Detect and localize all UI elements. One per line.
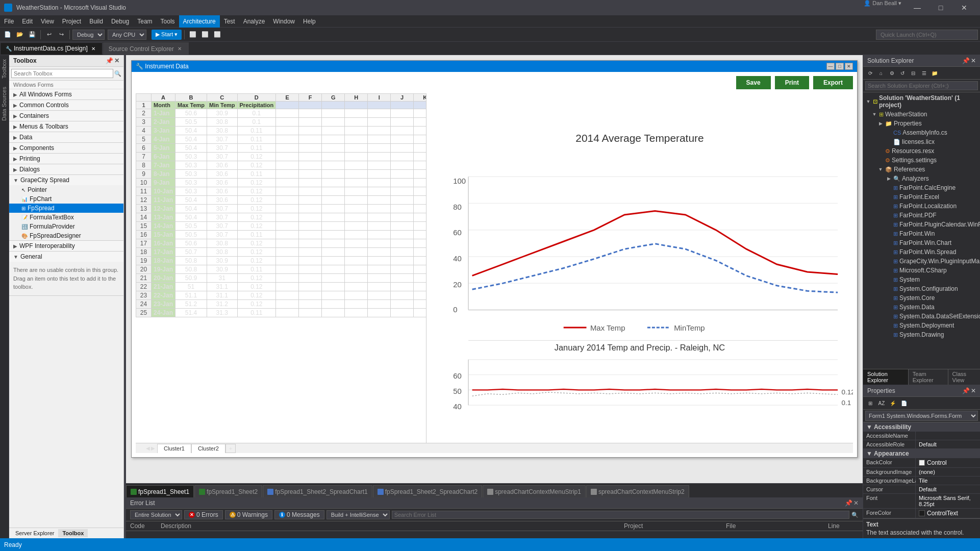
tree-system-data-ext[interactable]: ⊞ System.Data.DataSetExtensions: [863, 312, 980, 321]
cell-precipitation[interactable]: 0.12: [237, 300, 276, 309]
cell-max-temp[interactable]: 51.4: [175, 309, 207, 317]
add-sheet-btn[interactable]: +: [225, 444, 236, 453]
cell-month[interactable]: 4-Jan: [152, 135, 175, 144]
form-minimize-btn[interactable]: —: [826, 63, 835, 70]
error-scope-dropdown[interactable]: Entire Solution: [130, 510, 182, 519]
cell-precipitation[interactable]: 0.12: [237, 213, 276, 222]
bottom-tab-contextmenu2[interactable]: spreadChartContextMenuStrip2: [586, 485, 689, 497]
toolbox-item-fpspreaddesigner[interactable]: 🎨 FpSpreadDesigner: [9, 231, 123, 240]
side-tab-toolbox[interactable]: Toolbox: [0, 55, 9, 83]
cell-precipitation[interactable]: 0.11: [237, 170, 276, 179]
tree-weatherstation[interactable]: ▼ ⊞ WeatherStation: [863, 110, 980, 119]
tree-grapecity-plugin[interactable]: ⊞ GrapeCity.Win.PluginInputMan: [863, 257, 980, 266]
cell-min-temp[interactable]: 30.8: [207, 127, 238, 135]
prop-tb-events[interactable]: ⚡: [888, 398, 898, 408]
sol-tb-props[interactable]: ⚙: [887, 68, 897, 78]
cell-min-temp[interactable]: 30.7: [207, 205, 238, 213]
cell-min-temp[interactable]: 31.1: [207, 291, 238, 300]
cell-max-temp[interactable]: 50.4: [175, 205, 207, 213]
tb-more1[interactable]: ⬜: [187, 29, 198, 40]
cell-precipitation[interactable]: 0.11: [237, 144, 276, 153]
tree-licenses[interactable]: 📄 licenses.licx: [863, 137, 980, 146]
tree-microsoft-csharp[interactable]: ⊞ Microsoft.CSharp: [863, 266, 980, 275]
menu-team[interactable]: Team: [133, 15, 156, 28]
cell-min-temp[interactable]: 30.8: [207, 239, 238, 248]
cell-month[interactable]: 20-Jan: [152, 274, 175, 283]
cell-max-temp[interactable]: 50.3: [175, 170, 207, 179]
section-header-common[interactable]: ▶ Common Controls: [9, 100, 123, 110]
cell-min-temp[interactable]: 30.7: [207, 222, 238, 231]
tree-analyzers[interactable]: ▶ 🔍 Analyzers: [863, 174, 980, 183]
toolbox-tab[interactable]: Toolbox: [58, 529, 88, 537]
cell-precipitation[interactable]: 0.12: [237, 291, 276, 300]
cell-min-temp[interactable]: 30.7: [207, 144, 238, 153]
cell-month[interactable]: 1-Jan: [152, 109, 175, 118]
cell-precipitation[interactable]: 0.11: [237, 265, 276, 274]
section-header-printing[interactable]: ▶ Printing: [9, 154, 123, 164]
prop-val-font[interactable]: Microsoft Sans Serif, 8.25pt: [916, 494, 980, 508]
cell-max-temp[interactable]: 50.3: [175, 179, 207, 187]
messages-filter-btn[interactable]: ℹ 0 Messages: [274, 510, 324, 519]
sol-tb-filter[interactable]: ☰: [919, 68, 929, 78]
prop-val-bg-image[interactable]: (none): [916, 468, 980, 476]
menu-test[interactable]: Test: [220, 15, 239, 28]
tree-farpoint-plugin-calendar[interactable]: ⊞ FarPoint.PluginCalendar.WinForms: [863, 220, 980, 229]
cell-precipitation[interactable]: 0.12: [237, 161, 276, 170]
cell-max-temp[interactable]: 51.2: [175, 300, 207, 309]
menu-debug[interactable]: Debug: [107, 15, 133, 28]
sol-explorer-tab[interactable]: Solution Explorer: [863, 369, 909, 385]
close-button[interactable]: ✕: [952, 0, 976, 15]
bottom-tab-sheet1[interactable]: fpSpread1_Sheet1: [126, 485, 194, 497]
toolbox-pin[interactable]: 📌: [106, 57, 113, 64]
cell-precipitation[interactable]: 0.12: [237, 179, 276, 187]
tree-assemblyinfo[interactable]: CS AssemblyInfo.cs: [863, 128, 980, 137]
quick-launch-input[interactable]: [876, 30, 978, 40]
col-header-f[interactable]: F: [299, 94, 322, 102]
bottom-tab-chart2[interactable]: fpSpread1_Sheet2_SpreadChart2: [373, 485, 482, 497]
cell-precipitation[interactable]: 0.12: [237, 248, 276, 257]
cell-month[interactable]: 5-Jan: [152, 144, 175, 153]
cluster-tab-1[interactable]: Cluster1: [157, 444, 191, 453]
tree-resources[interactable]: ⚙ Resources.resx: [863, 146, 980, 156]
toolbox-close[interactable]: ✕: [114, 57, 119, 64]
warnings-filter-btn[interactable]: ⚠ 0 Warnings: [225, 510, 272, 519]
cell-precipitation[interactable]: 0.11: [237, 135, 276, 144]
cell-min-temp[interactable]: 30.7: [207, 153, 238, 161]
prop-val-forecolor[interactable]: ControlText: [916, 509, 980, 518]
cell-precipitation[interactable]: 0.12: [237, 196, 276, 205]
cell-month[interactable]: 7-Jan: [152, 161, 175, 170]
sol-pin-btn[interactable]: 📌: [962, 57, 970, 64]
cell-month[interactable]: 22-Jan: [152, 291, 175, 300]
errors-filter-btn[interactable]: ✕ 0 Errors: [184, 510, 223, 519]
cell-min-temp[interactable]: 31.1: [207, 283, 238, 291]
col-header-g[interactable]: G: [322, 94, 345, 102]
tree-farpoint-win[interactable]: ⊞ FarPoint.Win: [863, 229, 980, 238]
tab-close-design[interactable]: ✕: [90, 45, 97, 52]
cell-max-temp[interactable]: 50.8: [175, 265, 207, 274]
cell-precipitation[interactable]: 0.12: [237, 239, 276, 248]
prop-val-accessible-role[interactable]: Default: [916, 440, 980, 448]
cell-month[interactable]: 8-Jan: [152, 170, 175, 179]
tab-close-source[interactable]: ✕: [176, 45, 183, 53]
cell-month[interactable]: 21-Jan: [152, 283, 175, 291]
tb-new-project[interactable]: 📄: [2, 29, 13, 40]
tree-farpoint-pdf[interactable]: ⊞ FarPoint.PDF: [863, 211, 980, 220]
prop-tb-alpha[interactable]: AZ: [876, 398, 887, 408]
section-header-menus[interactable]: ▶ Menus & Toolbars: [9, 121, 123, 132]
cell-max-temp[interactable]: 50.4: [175, 196, 207, 205]
prop-val-accessible-name[interactable]: [916, 432, 980, 440]
server-explorer-tab[interactable]: Server Explorer: [11, 529, 58, 537]
export-button[interactable]: Export: [813, 76, 853, 89]
tree-settings[interactable]: ⚙ Settings.settings: [863, 156, 980, 165]
cell-min-temp[interactable]: 30.7: [207, 213, 238, 222]
tree-farpoint-calcengine[interactable]: ⊞ FarPoint.CalcEngine: [863, 183, 980, 192]
cell-max-temp[interactable]: 50.4: [175, 127, 207, 135]
section-header-general[interactable]: ▼ General: [9, 252, 123, 262]
build-intellisense-dropdown[interactable]: Build + IntelliSense: [326, 510, 390, 519]
cell-max-temp[interactable]: 50.7: [175, 248, 207, 257]
cell-max-temp[interactable]: 50.4: [175, 213, 207, 222]
tree-farpoint-win-chart[interactable]: ⊞ FarPoint.Win.Chart: [863, 238, 980, 247]
cell-max-temp[interactable]: 50.4: [175, 144, 207, 153]
col-header-i[interactable]: I: [368, 94, 391, 102]
cell-max-temp[interactable]: 50.6: [175, 109, 207, 118]
